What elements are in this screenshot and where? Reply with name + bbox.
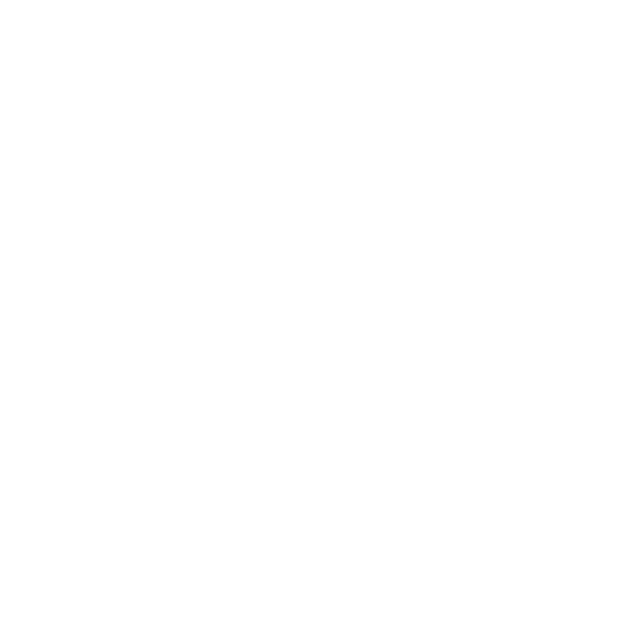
chart-svg [11,24,633,634]
chart-plot [11,24,633,634]
chart-stage [0,0,644,644]
